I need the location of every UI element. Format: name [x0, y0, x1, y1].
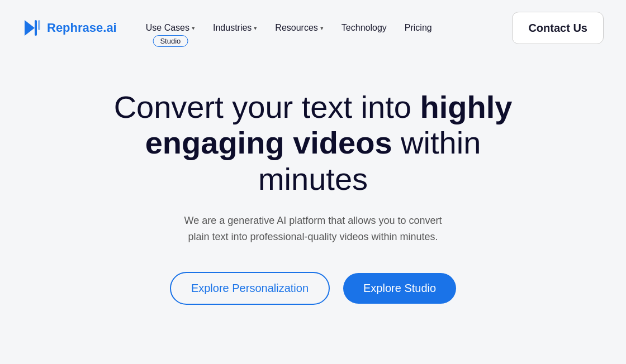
svg-rect-2 — [38, 20, 40, 30]
chevron-down-icon: ▾ — [254, 25, 257, 32]
explore-studio-button[interactable]: Explore Studio — [343, 273, 456, 304]
nav-item-industries[interactable]: Industries ▾ — [206, 18, 264, 37]
hero-section: Convert your text into highly engaging v… — [0, 56, 626, 327]
nav-item-pricing[interactable]: Pricing — [398, 18, 439, 37]
nav-label-pricing: Pricing — [405, 23, 432, 33]
hero-subtitle: We are a generative AI platform that all… — [179, 213, 447, 245]
explore-personalization-button[interactable]: Explore Personalization — [170, 272, 330, 305]
logo-text: Rephrase.ai — [47, 21, 117, 35]
studio-badge: Studio — [153, 35, 188, 47]
hero-title-bold1: highly — [420, 89, 512, 124]
svg-marker-0 — [25, 20, 35, 36]
nav-label-industries: Industries — [213, 23, 252, 33]
navbar: Rephrase.ai Use Cases ▾ Studio Industrie… — [0, 0, 626, 56]
contact-us-button[interactable]: Contact Us — [512, 12, 604, 44]
nav-item-use-cases[interactable]: Use Cases ▾ Studio — [139, 18, 202, 37]
nav-label-technology: Technology — [342, 23, 387, 33]
nav-item-resources[interactable]: Resources ▾ — [268, 18, 330, 37]
hero-title: Convert your text into highly engaging v… — [101, 89, 525, 197]
hero-title-part1: Convert your text into — [114, 89, 420, 124]
hero-title-part2: engaging videos — [145, 125, 392, 160]
hero-buttons: Explore Personalization Explore Studio — [170, 272, 456, 305]
chevron-down-icon: ▾ — [320, 25, 324, 32]
logo[interactable]: Rephrase.ai — [22, 18, 117, 38]
nav-label-use-cases: Use Cases — [146, 23, 189, 33]
logo-icon — [22, 18, 42, 38]
chevron-down-icon: ▾ — [192, 25, 195, 32]
nav-label-resources: Resources — [275, 23, 317, 33]
svg-rect-1 — [35, 20, 37, 36]
nav-item-technology[interactable]: Technology — [335, 18, 393, 37]
nav-items: Use Cases ▾ Studio Industries ▾ Resource… — [139, 18, 439, 37]
